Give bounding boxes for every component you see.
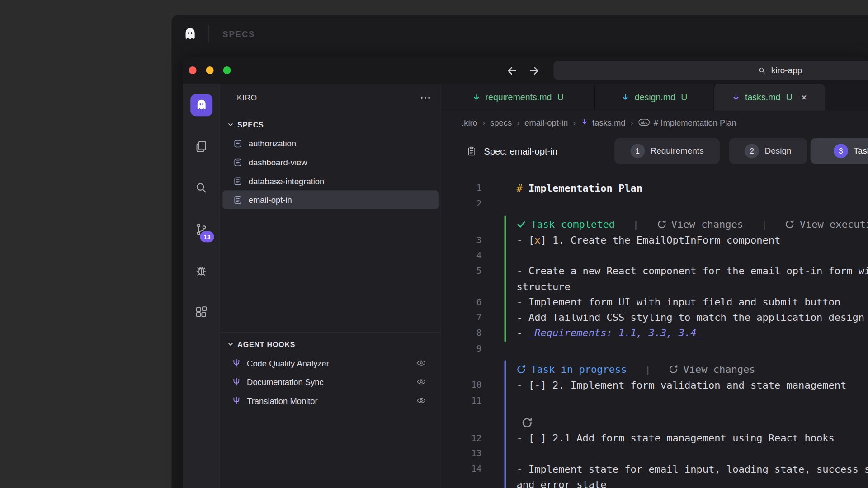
specs-section-header[interactable]: SPECS: [220, 115, 440, 134]
file-arrow-icon: [472, 93, 480, 101]
line-number: 4: [441, 248, 481, 263]
back-button[interactable]: [506, 65, 518, 77]
tab-label: design.md: [635, 92, 675, 102]
search-icon: [758, 66, 766, 74]
breadcrumb-item[interactable]: .kiro: [462, 117, 477, 127]
tab-bar: requirements.mdUdesign.mdUtasks.mdU✕: [441, 84, 868, 111]
eye-icon[interactable]: [416, 377, 426, 387]
forward-button[interactable]: [528, 65, 540, 77]
refresh-icon: [657, 220, 666, 229]
chevron-down-icon: [227, 341, 233, 347]
editor-area: requirements.mdUdesign.mdUtasks.mdU✕ .ki…: [441, 84, 868, 488]
browser-tab-bar: SPECS: [172, 15, 868, 52]
activity-kiro-ghost-button[interactable]: [183, 84, 220, 126]
spec-step-requirements[interactable]: 1Requirements: [614, 138, 720, 164]
line-number: 3: [441, 232, 481, 248]
hook-item-code-quality-analyzer[interactable]: Code Quality Analyzer: [220, 353, 440, 372]
command-search-box[interactable]: kiro-app: [553, 61, 868, 80]
code-text: -: [516, 327, 528, 339]
browser-tab-kiro[interactable]: [172, 15, 208, 52]
tab-divider: [208, 25, 208, 42]
tab-design.md[interactable]: design.mdU: [595, 84, 714, 111]
ide-main: 13 KIRO SPECS authorizationdashboard-vie…: [183, 84, 868, 488]
section-title: AGENT HOOKS: [237, 340, 295, 348]
spec-item-dashboard-view[interactable]: dashboard-view: [222, 153, 439, 172]
spec-file-icon: [233, 176, 243, 186]
svg-text:abc: abc: [641, 120, 647, 125]
code-text: - Add Tailwind CSS styling to match the …: [516, 311, 864, 323]
task-block-indicator: [505, 215, 506, 342]
spec-item-authorization[interactable]: authorization: [222, 134, 439, 153]
breadcrumb-label: # Implementation Plan: [654, 117, 736, 127]
browser-window: SPECS kiro-app 13 KIRO: [172, 15, 868, 488]
breadcrumb-item[interactable]: specs: [490, 117, 512, 127]
spec-step-design[interactable]: 2Design: [729, 138, 807, 164]
ide-titlebar: kiro-app: [183, 57, 868, 84]
code-text: - Create a new React component for the e…: [516, 265, 868, 277]
specs-section: SPECS authorizationdashboard-viewdatabas…: [220, 111, 440, 209]
close-window-button[interactable]: [189, 66, 197, 74]
spec-file-icon: [233, 195, 243, 205]
view-changes-link[interactable]: View changes: [671, 219, 743, 230]
hook-item-translation-monitor[interactable]: Translation Monitor: [220, 391, 440, 410]
search-icon: [194, 181, 208, 195]
spec-item-label: dashboard-view: [249, 157, 307, 167]
abc-icon: abc: [638, 118, 650, 126]
chevron-down-icon: [227, 122, 233, 127]
hook-label: Documentation Sync: [247, 377, 410, 386]
untracked-badge: U: [557, 92, 564, 102]
scm-changes-badge: 13: [200, 231, 214, 242]
maximize-window-button[interactable]: [223, 66, 231, 74]
hooks-list: Code Quality AnalyzerDocumentation SyncT…: [220, 353, 440, 410]
hooks-section-header[interactable]: AGENT HOOKS: [220, 335, 440, 354]
breadcrumb-label: tasks.md: [592, 117, 625, 127]
code-area: 1# Implementation Plan2Task completed | …: [441, 168, 868, 488]
close-tab-icon[interactable]: ✕: [801, 93, 807, 102]
tab-tasks.md[interactable]: tasks.mdU✕: [714, 84, 825, 111]
eye-icon[interactable]: [416, 396, 426, 406]
line-number: 9: [441, 341, 481, 356]
workspace-name: kiro-app: [771, 65, 802, 75]
line-number: 14: [441, 461, 481, 477]
spec-bar: Spec: email-opt-in 1Requirements2Design3…: [441, 134, 868, 168]
spec-step-buttons: 1Requirements2Design3Task list: [441, 134, 868, 168]
chevron-right-icon: ›: [573, 117, 576, 127]
hook-item-documentation-sync[interactable]: Documentation Sync: [220, 372, 440, 391]
breadcrumb-item[interactable]: abc# Implementation Plan: [638, 117, 736, 127]
eye-icon[interactable]: [416, 358, 426, 368]
line-number: 8: [441, 325, 481, 341]
untracked-badge: U: [786, 92, 793, 102]
view-execution-link[interactable]: View execution: [800, 219, 868, 230]
more-actions-icon[interactable]: [420, 95, 430, 99]
code-text: Task in progress: [531, 363, 627, 375]
tab-requirements.md[interactable]: requirements.mdU: [441, 84, 595, 111]
line-number: 6: [441, 294, 481, 310]
code-text: - Implement form UI with input field and…: [516, 296, 840, 308]
activity-source-control-button[interactable]: 13: [183, 209, 220, 250]
spec-item-database-integration[interactable]: database-integration: [222, 172, 439, 191]
breadcrumb-item[interactable]: tasks.md: [580, 117, 625, 127]
code-text: ] 1. Create the EmailOptInForm component: [541, 234, 781, 246]
breadcrumb-item[interactable]: email-opt-in: [524, 117, 568, 127]
screen: SPECS kiro-app 13 KIRO: [0, 0, 868, 488]
minimize-window-button[interactable]: [206, 66, 214, 74]
sidebar-title: KIRO: [237, 93, 420, 102]
activity-search-button[interactable]: [183, 167, 220, 209]
step-label: Design: [764, 146, 791, 156]
spec-file-icon: [233, 157, 243, 167]
code-line: 2: [441, 196, 868, 211]
agent-hooks-section: AGENT HOOKS Code Quality AnalyzerDocumen…: [220, 332, 440, 410]
view-changes-link[interactable]: View changes: [683, 363, 755, 375]
refresh-icon: [521, 417, 532, 428]
spec-step-task-list[interactable]: 3Task list: [811, 138, 868, 164]
activity-extensions-button[interactable]: [183, 291, 220, 333]
code-line: 1# Implementation Plan: [441, 180, 868, 196]
step-label: Requirements: [650, 146, 703, 156]
activity-files-button[interactable]: [183, 126, 220, 167]
spec-item-email-opt-in[interactable]: email-opt-in: [222, 190, 439, 209]
tab-label: requirements.md: [485, 92, 552, 102]
code-text: and error state: [516, 479, 606, 488]
activity-debug-button[interactable]: [183, 250, 220, 291]
chevron-right-icon: ›: [631, 117, 633, 127]
ide-window: kiro-app 13 KIRO SPECS authorizat: [183, 57, 868, 488]
